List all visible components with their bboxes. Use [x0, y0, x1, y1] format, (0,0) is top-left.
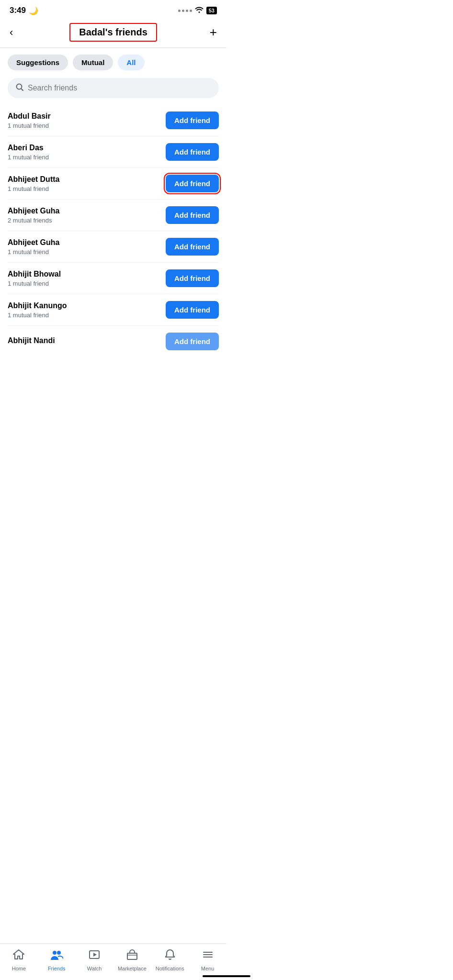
search-input[interactable] — [28, 84, 211, 92]
add-friend-button[interactable]: Add friend — [166, 111, 219, 129]
tab-mutual[interactable]: Mutual — [73, 55, 113, 70]
tab-suggestions[interactable]: Suggestions — [8, 55, 68, 70]
list-item-partial: Abhijit Nandi Add friend — [8, 326, 219, 354]
friend-info: Abhijit Bhowal 1 mutual friend — [8, 270, 166, 287]
moon-icon: 🌙 — [29, 6, 38, 15]
list-item: Abhijeet Dutta 1 mutual friend Add frien… — [8, 168, 219, 200]
filter-tabs: Suggestions Mutual All — [0, 48, 226, 75]
list-item: Abhijeet Guha 1 mutual friend Add friend — [8, 231, 219, 263]
add-friend-button[interactable]: Add friend — [166, 301, 219, 319]
svg-line-1 — [21, 89, 23, 90]
list-item: Abhijeet Guha 2 mutual friends Add frien… — [8, 200, 219, 231]
add-friend-button[interactable]: Add friend — [166, 333, 219, 350]
friend-info: Abhijeet Guha 2 mutual friends — [8, 207, 166, 224]
add-button[interactable]: + — [200, 25, 217, 40]
signal-dot-1 — [178, 10, 181, 12]
header: ‹ Badal's friends + — [0, 19, 226, 48]
signal-dot-3 — [186, 10, 188, 12]
list-item: Abhijit Bhowal 1 mutual friend Add frien… — [8, 263, 219, 294]
friend-mutual: 1 mutual friend — [8, 185, 166, 192]
list-item: Abdul Basir 1 mutual friend Add friend — [8, 105, 219, 136]
friend-mutual: 1 mutual friend — [8, 312, 166, 319]
add-friend-button-highlighted[interactable]: Add friend — [166, 175, 219, 192]
friend-mutual: 1 mutual friend — [8, 154, 166, 161]
header-title-wrapper: Badal's friends — [69, 23, 157, 42]
page-title: Badal's friends — [79, 27, 147, 37]
friend-name: Abdul Basir — [8, 112, 166, 121]
friend-info: Abdul Basir 1 mutual friend — [8, 112, 166, 129]
add-friend-button[interactable]: Add friend — [166, 238, 219, 256]
status-icons: 53 — [178, 6, 217, 15]
friend-name: Abhijeet Guha — [8, 207, 166, 215]
status-time: 3:49 — [10, 6, 26, 15]
friend-name: Abhijit Kanungo — [8, 301, 166, 310]
friend-list: Abdul Basir 1 mutual friend Add friend A… — [0, 105, 226, 354]
friend-name: Abhijeet Guha — [8, 238, 166, 247]
search-bar — [8, 78, 219, 98]
friend-name: Abhijit Bhowal — [8, 270, 166, 278]
friend-name: Aberi Das — [8, 144, 166, 152]
friend-mutual: 2 mutual friends — [8, 217, 166, 224]
back-button[interactable]: ‹ — [10, 26, 27, 39]
friend-mutual: 1 mutual friend — [8, 122, 166, 129]
friend-name: Abhijeet Dutta — [8, 175, 166, 184]
friend-info: Abhijit Nandi — [8, 336, 166, 346]
list-item: Aberi Das 1 mutual friend Add friend — [8, 136, 219, 168]
list-item: Abhijit Kanungo 1 mutual friend Add frie… — [8, 294, 219, 326]
friend-name: Abhijit Nandi — [8, 336, 166, 345]
search-icon — [15, 83, 24, 93]
add-friend-button[interactable]: Add friend — [166, 143, 219, 161]
friend-mutual: 1 mutual friend — [8, 248, 166, 256]
status-bar: 3:49 🌙 53 — [0, 0, 226, 19]
friend-info: Abhijit Kanungo 1 mutual friend — [8, 301, 166, 319]
add-friend-button[interactable]: Add friend — [166, 269, 219, 287]
friend-info: Abhijeet Guha 1 mutual friend — [8, 238, 166, 256]
signal-dots — [178, 10, 192, 12]
tab-all[interactable]: All — [118, 55, 144, 70]
friend-mutual: 1 mutual friend — [8, 280, 166, 287]
signal-dot-2 — [182, 10, 184, 12]
add-friend-button[interactable]: Add friend — [166, 206, 219, 224]
friend-info: Abhijeet Dutta 1 mutual friend — [8, 175, 166, 192]
battery-icon: 53 — [206, 7, 217, 14]
friend-info: Aberi Das 1 mutual friend — [8, 144, 166, 161]
wifi-icon — [195, 6, 204, 15]
signal-dot-4 — [190, 10, 192, 12]
